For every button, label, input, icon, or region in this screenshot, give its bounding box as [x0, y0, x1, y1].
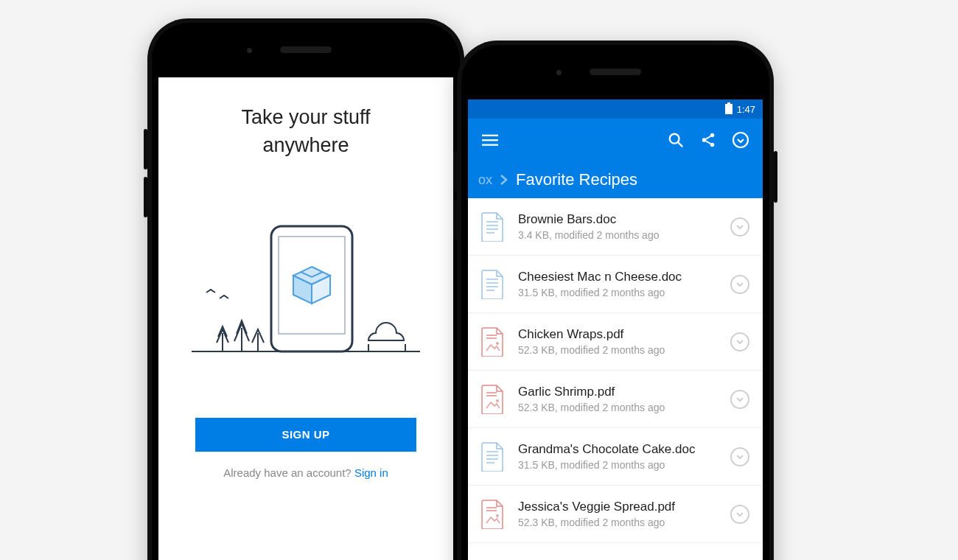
svg-rect-41	[486, 510, 497, 511]
already-have-account: Already have an account? Sign in	[223, 466, 388, 479]
file-info: Cheesiest Mac n Cheese.doc31.5 KB, modif…	[518, 270, 718, 298]
file-row[interactable]: Brownie Bars.doc3.4 KB, modified 2 month…	[468, 198, 763, 256]
file-info: Jessica's Veggie Spread.pdf52.3 KB, modi…	[518, 500, 718, 528]
file-meta: 3.4 KB, modified 2 months ago	[518, 229, 718, 241]
file-name: Grandma's Chocolate Cake.doc	[518, 442, 718, 457]
breadcrumb-current: Favorite Recipes	[516, 170, 637, 189]
signin-link[interactable]: Sign in	[354, 466, 388, 479]
headline-line-1: Take your stuff	[241, 106, 370, 128]
chevron-down-icon	[735, 510, 744, 519]
chevron-down-icon	[735, 223, 744, 231]
chevron-down-icon	[735, 337, 744, 346]
svg-rect-36	[486, 451, 498, 452]
pdf-file-icon	[480, 498, 506, 531]
app-bar	[468, 119, 763, 161]
pdf-file-icon	[480, 326, 506, 358]
already-text: Already have an account?	[223, 466, 354, 479]
svg-line-15	[678, 142, 682, 147]
welcome-headline: Take your stuff anywhere	[241, 104, 370, 160]
phone-frame-right: 1:47	[457, 41, 774, 560]
file-row[interactable]: Chicken Wraps.pdf52.3 KB, modified 2 mon…	[468, 313, 763, 371]
menu-button[interactable]	[478, 128, 502, 152]
signup-button[interactable]: SIGN UP	[195, 418, 416, 452]
svg-point-35	[496, 399, 499, 402]
file-info: Chicken Wraps.pdf52.3 KB, modified 2 mon…	[518, 327, 718, 356]
file-info: Brownie Bars.doc3.4 KB, modified 2 month…	[518, 212, 718, 241]
file-meta: 31.5 KB, modified 2 months ago	[518, 459, 718, 471]
sort-button[interactable]	[729, 128, 752, 152]
svg-point-21	[733, 133, 748, 147]
svg-rect-22	[486, 221, 498, 223]
doc-file-icon	[480, 441, 506, 473]
svg-point-32	[496, 342, 499, 345]
signup-button-label: SIGN UP	[282, 428, 329, 441]
doc-file-icon	[480, 211, 506, 243]
svg-rect-11	[482, 135, 498, 136]
svg-rect-29	[486, 290, 494, 291]
svg-point-16	[710, 133, 715, 138]
svg-rect-39	[486, 462, 494, 463]
search-button[interactable]	[664, 128, 688, 152]
file-meta: 52.3 KB, modified 2 months ago	[518, 517, 718, 528]
file-info: Grandma's Chocolate Cake.doc31.5 KB, mod…	[518, 442, 718, 471]
svg-rect-25	[486, 232, 494, 234]
file-info: Garlic Shrimp.pdf52.3 KB, modified 2 mon…	[518, 385, 718, 413]
file-row[interactable]: Grandma's Chocolate Cake.doc31.5 KB, mod…	[468, 428, 763, 486]
chevron-down-icon	[735, 280, 744, 289]
file-more-button[interactable]	[730, 332, 749, 351]
welcome-illustration	[184, 211, 427, 374]
breadcrumb: ox Favorite Recipes	[468, 161, 763, 198]
phone-frame-left: Take your stuff anywhere	[147, 18, 464, 560]
svg-line-19	[706, 136, 710, 139]
file-meta: 52.3 KB, modified 2 months ago	[518, 402, 718, 413]
svg-rect-34	[486, 395, 497, 396]
svg-rect-24	[486, 228, 498, 230]
status-bar: 1:47	[468, 99, 763, 119]
file-more-button[interactable]	[730, 447, 749, 466]
file-meta: 31.5 KB, modified 2 months ago	[518, 287, 718, 298]
svg-rect-30	[486, 335, 497, 336]
file-row[interactable]: Jessica's Veggie Spread.pdf52.3 KB, modi…	[468, 486, 763, 543]
svg-rect-13	[482, 144, 498, 146]
svg-rect-31	[486, 337, 497, 339]
file-more-button[interactable]	[730, 390, 749, 409]
chevron-down-circle-icon	[732, 131, 749, 149]
chevron-right-icon	[500, 174, 508, 186]
share-button[interactable]	[696, 128, 720, 152]
files-screen: 1:47	[468, 99, 763, 560]
svg-point-42	[496, 514, 499, 517]
svg-rect-38	[486, 458, 498, 460]
welcome-screen: Take your stuff anywhere	[158, 77, 453, 560]
pdf-file-icon	[480, 383, 506, 416]
file-more-button[interactable]	[730, 505, 749, 524]
breadcrumb-previous[interactable]: ox	[478, 172, 492, 188]
status-time: 1:47	[737, 104, 755, 115]
svg-point-14	[670, 134, 679, 144]
doc-file-icon	[480, 268, 506, 301]
file-name: Chicken Wraps.pdf	[518, 327, 718, 342]
file-name: Brownie Bars.doc	[518, 212, 718, 227]
svg-line-20	[706, 141, 710, 144]
search-icon	[668, 132, 684, 148]
svg-rect-27	[486, 282, 498, 284]
svg-rect-33	[486, 392, 497, 393]
file-row[interactable]: Cheesiest Mac n Cheese.doc31.5 KB, modif…	[468, 256, 763, 313]
svg-rect-37	[486, 455, 498, 456]
file-name: Garlic Shrimp.pdf	[518, 385, 718, 399]
file-more-button[interactable]	[730, 275, 749, 294]
file-more-button[interactable]	[730, 217, 749, 237]
svg-rect-40	[486, 507, 497, 508]
hamburger-icon	[482, 132, 498, 148]
file-list[interactable]: Brownie Bars.doc3.4 KB, modified 2 month…	[468, 198, 763, 543]
svg-rect-12	[482, 139, 498, 141]
svg-rect-28	[486, 286, 498, 287]
svg-point-18	[710, 143, 715, 147]
chevron-down-icon	[735, 395, 744, 404]
svg-point-17	[702, 138, 707, 142]
chevron-down-icon	[735, 452, 744, 461]
file-name: Cheesiest Mac n Cheese.doc	[518, 270, 718, 284]
battery-icon	[725, 104, 733, 114]
file-meta: 52.3 KB, modified 2 months ago	[518, 344, 718, 356]
file-row[interactable]: Garlic Shrimp.pdf52.3 KB, modified 2 mon…	[468, 371, 763, 428]
headline-line-2: anywhere	[262, 134, 349, 156]
